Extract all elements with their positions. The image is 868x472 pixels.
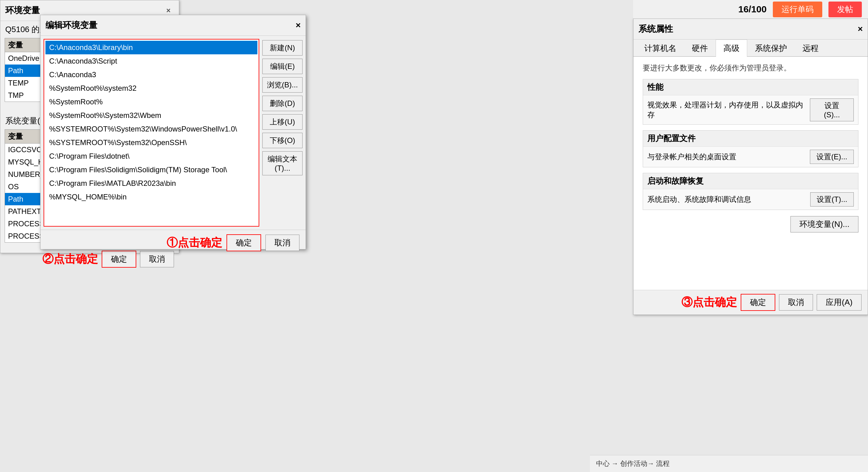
browse-path-btn[interactable]: 浏览(B)...	[262, 77, 303, 93]
path-item-7[interactable]: %SYSTEMROOT%\System32\OpenSSH\	[45, 136, 257, 149]
path-item-6[interactable]: %SYSTEMROOT%\System32\WindowsPowerShell\…	[45, 122, 257, 136]
sys-props-close[interactable]: ×	[858, 24, 863, 34]
path-item-1[interactable]: C:\Anaconda3\Script	[45, 54, 257, 68]
tab-system-protect[interactable]: 系统保护	[747, 39, 795, 57]
env-var-n-button[interactable]: 环境变量(N)...	[790, 216, 859, 232]
performance-settings-btn[interactable]: 设置(S)...	[810, 99, 854, 121]
performance-desc: 视觉效果，处理器计划，内存使用，以及虚拟内存	[647, 100, 810, 120]
performance-section: 性能 视觉效果，处理器计划，内存使用，以及虚拟内存 设置(S)...	[643, 79, 859, 125]
env-var-title: 环境变量	[5, 5, 40, 16]
delete-path-btn[interactable]: 删除(D)	[262, 96, 303, 111]
tab-hardware[interactable]: 硬件	[684, 39, 716, 57]
move-down-btn[interactable]: 下移(O)	[262, 133, 303, 148]
bottom-bar-text: 中心 → 创作活动→ 流程	[596, 459, 670, 468]
performance-title: 性能	[643, 79, 858, 95]
edit-env-dialog: 编辑环境变量 × C:\Anaconda3\Library\bin C:\Ana…	[40, 15, 306, 249]
new-path-btn[interactable]: 新建(N)	[262, 40, 303, 56]
tab-computer-name[interactable]: 计算机名	[637, 39, 684, 57]
edit-env-title: 编辑环境变量	[45, 20, 97, 31]
bottom-taskbar: 中心 → 创作活动→ 流程	[590, 455, 868, 472]
sys-props-apply-button[interactable]: 应用(A)	[817, 294, 862, 310]
user-profile-settings-btn[interactable]: 设置(E)...	[810, 150, 854, 164]
sys-props-tabs: 计算机名 硬件 高级 系统保护 远程	[633, 39, 868, 57]
path-item-5[interactable]: %SystemRoot%\System32\Wbem	[45, 109, 257, 122]
path-item-8[interactable]: C:\Program Files\dotnet\	[45, 149, 257, 163]
path-item-11[interactable]: %MYSQL_HOME%\bin	[45, 190, 257, 204]
edit-env-close[interactable]: ×	[296, 21, 301, 30]
tab-remote[interactable]: 远程	[795, 39, 826, 57]
startup-recovery-section: 启动和故障恢复 系统启动、系统故障和调试信息 设置(T)...	[643, 173, 859, 210]
edit-env-cancel-button[interactable]: 取消	[266, 235, 300, 251]
tab-advanced[interactable]: 高级	[716, 39, 747, 57]
startup-recovery-btn[interactable]: 设置(T)...	[810, 192, 854, 206]
path-item-10[interactable]: C:\Program Files\MATLAB\R2023a\bin	[45, 176, 257, 190]
top-right-bar: 16/100 运行单码 发帖	[633, 0, 868, 19]
path-list: C:\Anaconda3\Library\bin C:\Anaconda3\Sc…	[43, 39, 259, 227]
sys-props-ok-button[interactable]: 确定	[741, 294, 775, 311]
annotation-3: ③点击确定	[681, 295, 737, 310]
sys-props-info: 要进行大多数更改，你必须作为管理员登录。	[643, 63, 859, 73]
startup-recovery-desc: 系统启动、系统故障和调试信息	[647, 195, 751, 204]
sys-props-title: 系统属性	[639, 23, 673, 35]
user-profile-desc: 与登录帐户相关的桌面设置	[647, 152, 736, 162]
counter-display: 16/100	[738, 4, 767, 14]
sys-props-dialog: 系统属性 × 计算机名 硬件 高级 系统保护 远程 要进行大多数更改，你必须作为…	[633, 19, 868, 315]
edit-path-btn[interactable]: 编辑(E)	[262, 59, 303, 74]
annotation-1: ①点击确定	[166, 235, 222, 250]
user-profile-title: 用户配置文件	[643, 131, 858, 147]
path-item-9[interactable]: C:\Program Files\Solidigm\Solidigm(TM) S…	[45, 163, 257, 176]
path-item-2[interactable]: C:\Anaconda3	[45, 68, 257, 81]
edit-text-btn[interactable]: 编辑文本(T)...	[262, 151, 303, 175]
edit-env-action-buttons: 新建(N) 编辑(E) 浏览(B)... 删除(D) 上移(U) 下移(O) 编…	[262, 39, 303, 227]
run-button[interactable]: 运行单码	[773, 2, 822, 17]
expand-button[interactable]: 发帖	[829, 2, 862, 17]
startup-recovery-title: 启动和故障恢复	[643, 173, 858, 189]
move-up-btn[interactable]: 上移(U)	[262, 114, 303, 130]
env-var-close[interactable]: ×	[163, 5, 174, 16]
path-item-0[interactable]: C:\Anaconda3\Library\bin	[45, 41, 257, 54]
edit-env-ok-button[interactable]: 确定	[226, 234, 261, 251]
sys-props-cancel-button[interactable]: 取消	[779, 294, 813, 310]
path-item-3[interactable]: %SystemRoot%\system32	[45, 81, 257, 95]
path-item-4[interactable]: %SystemRoot%	[45, 95, 257, 109]
user-profile-section: 用户配置文件 与登录帐户相关的桌面设置 设置(E)...	[643, 130, 859, 167]
